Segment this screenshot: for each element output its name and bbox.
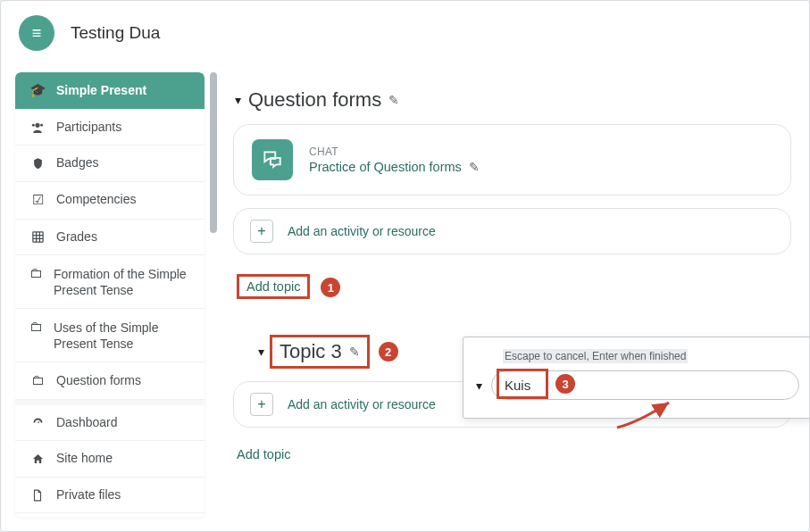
sidebar-item-label: Participants <box>56 120 121 136</box>
chevron-down-icon[interactable]: ▾ <box>258 345 264 359</box>
sidebar: 🎓 Simple Present Participants Badges <box>15 72 205 517</box>
folder-icon <box>29 265 43 282</box>
app-window: ≡ Testing Dua 🎓 Simple Present Participa… <box>0 0 810 532</box>
sidebar-item-competencies[interactable]: ☑ Competencies <box>15 182 205 220</box>
sidebar-item-participants[interactable]: Participants <box>15 110 205 146</box>
gauge-icon <box>29 416 46 429</box>
section-title-topic3[interactable]: Topic 3 ✎ <box>270 335 370 369</box>
annotation-marker-1: 1 <box>321 278 340 297</box>
sidebar-item-question-forms[interactable]: Question forms <box>15 362 205 400</box>
sidebar-item-private-files[interactable]: Private files <box>15 478 205 514</box>
sidebar-item-label: Simple Present <box>56 83 146 99</box>
activity-text: CHAT Practice of Question forms ✎ <box>309 145 480 174</box>
sidebar-item-grades[interactable]: Grades <box>15 220 205 256</box>
sidebar-item-label: Dashboard <box>56 415 118 431</box>
graduation-cap-icon: 🎓 <box>29 82 46 99</box>
add-topic-link[interactable]: Add topic <box>237 274 310 299</box>
home-icon <box>29 453 46 466</box>
page-title: Testing Dua <box>71 23 160 43</box>
grid-icon <box>29 230 46 244</box>
sidebar-item-label: Formation of the Simple Present Tense <box>54 265 190 298</box>
plus-icon: + <box>250 220 273 243</box>
sidebar-item-badges[interactable]: Badges <box>15 145 205 182</box>
pencil-icon[interactable]: ✎ <box>388 93 399 107</box>
add-activity-label: Add an activity or resource <box>288 397 436 411</box>
annotation-marker-2: 2 <box>379 342 398 362</box>
sidebar-item-site-home[interactable]: Site home <box>15 441 205 478</box>
svg-rect-2 <box>32 232 42 242</box>
add-activity-label: Add an activity or resource <box>288 224 436 238</box>
add-topic-link[interactable]: Add topic <box>237 447 290 461</box>
sidebar-item-uses[interactable]: Uses of the Simple Present Tense <box>15 309 205 362</box>
chevron-down-icon[interactable]: ▾ <box>235 93 241 107</box>
sidebar-item-label: Question forms <box>56 373 141 389</box>
sidebar-item-label: Grades <box>56 229 97 245</box>
chat-icon <box>252 139 293 180</box>
main-content: ▾ Question forms ✎ CHAT Practice of Ques… <box>221 65 802 524</box>
rename-hint: Escape to cancel, Enter when finished <box>503 349 688 363</box>
sidebar-item-label: Site home <box>56 451 113 467</box>
topic-rename-panel: Escape to cancel, Enter when finished ▾ … <box>463 337 809 419</box>
sidebar-item-label: Badges <box>56 155 98 171</box>
activity-title-text[interactable]: Practice of Question forms <box>309 160 462 174</box>
sidebar-item-label: Private files <box>56 487 121 503</box>
hamburger-icon: ≡ <box>32 24 42 43</box>
section-title-text: Topic 3 <box>280 340 342 363</box>
add-topic-row: Add topic 1 <box>233 272 791 315</box>
topbar: ≡ Testing Dua <box>1 1 809 65</box>
folder-icon <box>29 319 43 336</box>
plus-icon: + <box>250 393 273 416</box>
topic-name-input[interactable] <box>491 370 799 400</box>
sidebar-scrollbar[interactable] <box>210 72 217 517</box>
pencil-icon[interactable]: ✎ <box>469 160 480 174</box>
shield-icon <box>29 157 46 170</box>
body: 🎓 Simple Present Participants Badges <box>1 65 809 531</box>
pencil-icon[interactable]: ✎ <box>349 345 360 359</box>
svg-point-1 <box>40 123 43 126</box>
activity-type-label: CHAT <box>309 145 480 158</box>
add-activity-button[interactable]: + Add an activity or resource <box>233 208 791 254</box>
check-square-icon: ☑ <box>29 192 46 209</box>
activity-card-chat[interactable]: CHAT Practice of Question forms ✎ <box>233 124 791 195</box>
users-icon <box>29 121 46 135</box>
folder-icon <box>29 372 46 389</box>
sidebar-wrap: 🎓 Simple Present Participants Badges <box>8 65 221 524</box>
file-icon <box>29 489 46 502</box>
sidebar-item-formation[interactable]: Formation of the Simple Present Tense <box>15 255 205 309</box>
section-title: Question forms <box>248 88 381 112</box>
svg-point-0 <box>32 123 35 126</box>
hamburger-menu-button[interactable]: ≡ <box>19 15 54 51</box>
sidebar-item-label: Uses of the Simple Present Tense <box>54 319 190 352</box>
scrollbar-thumb[interactable] <box>210 72 217 233</box>
chevron-down-icon[interactable]: ▾ <box>476 378 482 393</box>
sidebar-item-simple-present[interactable]: 🎓 Simple Present <box>15 72 205 110</box>
annotation-marker-3: 3 <box>555 374 575 394</box>
section-header-question-forms[interactable]: ▾ Question forms ✎ <box>235 88 791 112</box>
sidebar-item-dashboard[interactable]: Dashboard <box>15 405 205 442</box>
activity-title: Practice of Question forms ✎ <box>309 160 480 174</box>
sidebar-item-label: Competencies <box>56 192 137 208</box>
